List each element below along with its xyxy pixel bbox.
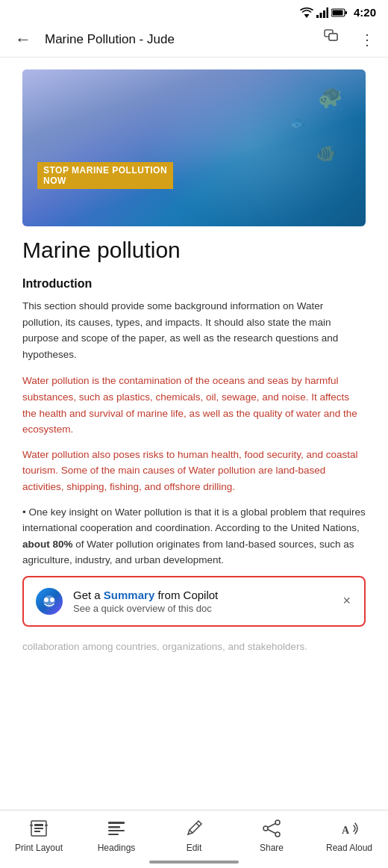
back-button[interactable]: ← [9, 27, 37, 52]
red-paragraph-1: Water pollution is the contamination of … [22, 373, 366, 437]
copilot-icon [34, 586, 64, 616]
nav-print-layout[interactable]: Print Layout [9, 818, 69, 853]
svg-text:A: A [342, 825, 350, 836]
svg-rect-19 [45, 825, 48, 826]
signal-icon [316, 7, 328, 18]
print-layout-label: Print Layout [15, 843, 63, 853]
copilot-text-area: Get a Summary from Copilot See a quick o… [73, 589, 331, 614]
document-title: Marine Pollution - Judе [45, 32, 312, 47]
more-options-button[interactable]: ⋮ [355, 28, 379, 52]
edit-label: Edit [187, 843, 202, 853]
svg-rect-2 [319, 13, 322, 18]
svg-marker-0 [304, 14, 309, 18]
svg-rect-16 [34, 828, 43, 829]
nav-share[interactable]: Share [242, 818, 301, 853]
read-aloud-label: Read Aloud [326, 843, 372, 853]
share-icon [261, 818, 282, 839]
hero-decoration-2: 🐟 [288, 113, 307, 131]
svg-rect-22 [108, 830, 125, 831]
nav-read-aloud[interactable]: A Read Aloud [319, 818, 379, 853]
copilot-sub-text: See a quick overview of this doc [73, 603, 331, 614]
share-label: Share [260, 843, 284, 853]
top-bar: ← Marine Pollution - Judе ⋮ [0, 22, 388, 58]
edit-icon [184, 818, 204, 839]
copilot-translate-icon[interactable] [319, 26, 348, 52]
intro-paragraph: This section should provide some backgro… [22, 298, 366, 362]
headings-icon [106, 818, 127, 839]
bottom-nav: Print Layout Headings Edit Share A [0, 810, 388, 868]
svg-line-27 [268, 824, 275, 828]
svg-rect-3 [323, 10, 325, 18]
read-aloud-icon: A [339, 818, 360, 839]
nav-edit[interactable]: Edit [164, 818, 224, 853]
svg-rect-20 [108, 822, 125, 824]
wifi-icon [300, 7, 313, 18]
svg-rect-7 [345, 11, 347, 14]
svg-rect-6 [332, 10, 342, 15]
battery-icon [331, 8, 348, 17]
document-area: 🐢 🐟 🐠 STOP MARINE POLLUTION NOW Marine p… [0, 58, 388, 655]
status-time: 4:20 [354, 6, 376, 19]
stop-badge: STOP MARINE POLLUTION NOW [37, 162, 173, 189]
svg-rect-15 [34, 824, 43, 826]
status-bar: 4:20 [0, 0, 388, 22]
svg-point-24 [275, 820, 280, 825]
intro-heading: Introduction [22, 277, 366, 291]
document-main-title: Marine pollution [22, 237, 366, 264]
home-indicator [149, 861, 239, 864]
hero-decoration-3: 🐠 [316, 144, 336, 164]
svg-rect-1 [316, 15, 319, 18]
copilot-summary-word: Summary [104, 589, 154, 601]
nav-headings[interactable]: Headings [87, 818, 146, 853]
hero-image: 🐢 🐟 🐠 STOP MARINE POLLUTION NOW [22, 69, 366, 226]
svg-point-25 [275, 832, 280, 837]
svg-line-28 [268, 830, 275, 834]
copilot-banner[interactable]: Get a Summary from Copilot See a quick o… [22, 576, 366, 627]
svg-point-26 [263, 826, 268, 831]
svg-rect-18 [30, 825, 33, 826]
headings-label: Headings [98, 843, 136, 853]
svg-point-12 [44, 598, 48, 602]
body-paragraph-1: • One key insight on Water pollution is … [22, 504, 366, 568]
print-layout-icon [28, 818, 49, 839]
continuation-text: collaboration among countries, organizat… [0, 634, 388, 655]
status-icons: 4:20 [300, 6, 376, 19]
svg-rect-4 [326, 7, 328, 18]
copilot-main-text: Get a Summary from Copilot [73, 589, 331, 601]
svg-rect-17 [34, 831, 40, 832]
svg-rect-23 [108, 834, 119, 835]
document-content: Marine pollution Introduction This secti… [0, 226, 388, 568]
svg-point-13 [50, 598, 54, 602]
svg-rect-10 [329, 34, 337, 40]
copilot-close-button[interactable]: × [340, 590, 354, 612]
red-paragraph-2: Water pollution also poses risks to huma… [22, 447, 366, 495]
svg-rect-21 [108, 826, 120, 828]
